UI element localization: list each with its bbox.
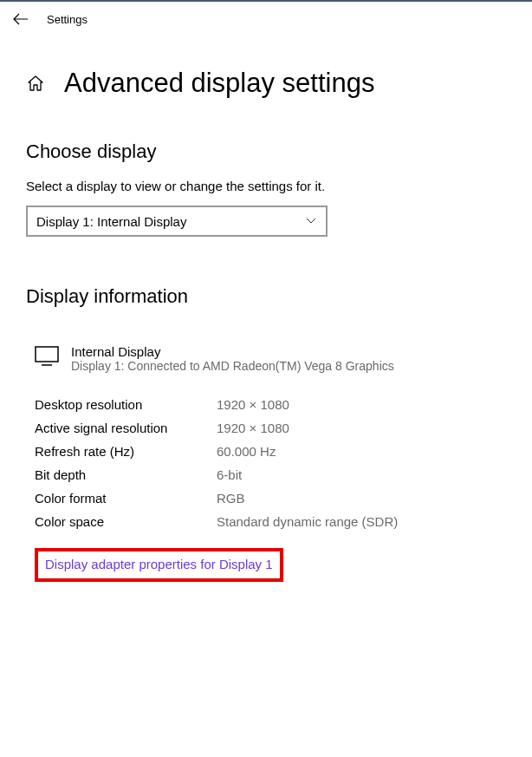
display-item: Internal Display Display 1: Connected to… [26, 344, 506, 373]
info-row-refresh-rate: Refresh rate (Hz) 60.000 Hz [35, 444, 506, 459]
choose-display-heading: Choose display [26, 140, 506, 163]
chevron-down-icon [305, 215, 317, 227]
page-title: Advanced display settings [64, 68, 374, 99]
info-label: Refresh rate (Hz) [35, 444, 217, 459]
info-value: 6-bit [217, 467, 242, 482]
info-row-bit-depth: Bit depth 6-bit [35, 467, 506, 482]
header-title: Settings [47, 13, 88, 26]
display-connection: Display 1: Connected to AMD Radeon(TM) V… [71, 359, 394, 373]
home-icon[interactable] [26, 74, 45, 93]
info-value: 1920 × 1080 [217, 421, 289, 435]
info-label: Desktop resolution [35, 397, 217, 412]
info-label: Bit depth [35, 467, 217, 482]
choose-display-description: Select a display to view or change the s… [26, 179, 506, 193]
info-row-desktop-resolution: Desktop resolution 1920 × 1080 [35, 397, 506, 412]
back-arrow-icon[interactable] [12, 10, 29, 28]
info-label: Active signal resolution [35, 421, 217, 435]
dropdown-selected-label: Display 1: Internal Display [36, 214, 186, 229]
info-value: Standard dynamic range (SDR) [217, 514, 398, 529]
svg-rect-0 [36, 347, 58, 362]
info-value: RGB [217, 491, 245, 506]
display-information-heading: Display information [26, 285, 506, 308]
info-grid: Desktop resolution 1920 × 1080 Active si… [26, 397, 506, 582]
info-row-color-space: Color space Standard dynamic range (SDR) [35, 514, 506, 529]
info-label: Color format [35, 491, 217, 506]
info-row-color-format: Color format RGB [35, 491, 506, 506]
display-adapter-link[interactable]: Display adapter properties for Display 1 [45, 557, 273, 571]
header-bar: Settings [0, 2, 532, 36]
display-select-dropdown[interactable]: Display 1: Internal Display [26, 206, 328, 237]
info-value: 1920 × 1080 [217, 397, 289, 412]
info-value: 60.000 Hz [217, 444, 276, 459]
title-row: Advanced display settings [26, 68, 506, 99]
info-label: Color space [35, 514, 217, 529]
highlighted-link-box: Display adapter properties for Display 1 [35, 548, 283, 582]
display-name: Internal Display [71, 344, 394, 359]
monitor-icon [35, 346, 59, 367]
info-row-active-signal-resolution: Active signal resolution 1920 × 1080 [35, 421, 506, 435]
